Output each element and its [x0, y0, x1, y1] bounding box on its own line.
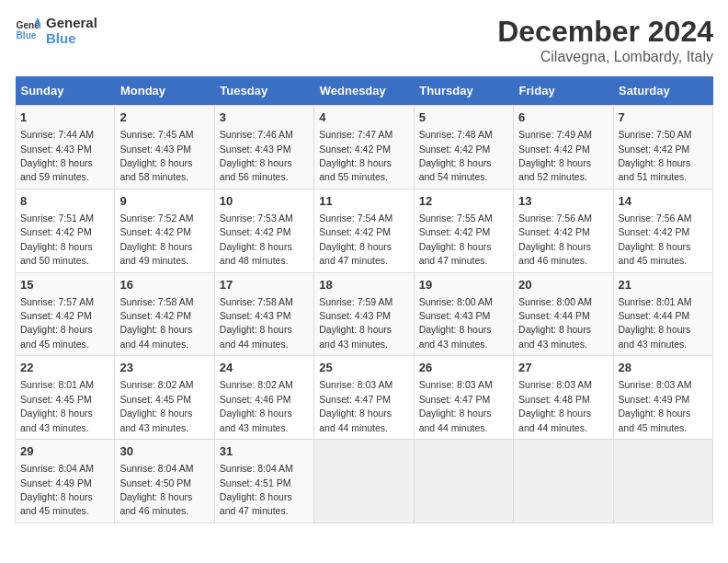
- table-row: 4Sunrise: 7:47 AMSunset: 4:42 PMDaylight…: [314, 106, 414, 190]
- day-info: Sunrise: 8:00 AMSunset: 4:43 PMDaylight:…: [419, 296, 493, 350]
- header-wednesday: Wednesday: [314, 76, 414, 106]
- day-info: Sunrise: 8:02 AMSunset: 4:46 PMDaylight:…: [220, 379, 293, 432]
- day-info: Sunrise: 7:53 AMSunset: 4:42 PMDaylight:…: [220, 213, 293, 266]
- table-row: 21Sunrise: 8:01 AMSunset: 4:44 PMDayligh…: [613, 272, 712, 356]
- table-row: 14Sunrise: 7:56 AMSunset: 4:42 PMDayligh…: [613, 189, 712, 272]
- day-info: Sunrise: 7:47 AMSunset: 4:42 PMDaylight:…: [319, 129, 392, 182]
- day-number: 28: [619, 360, 708, 376]
- table-row: 1Sunrise: 7:44 AMSunset: 4:43 PMDaylight…: [16, 106, 115, 190]
- day-number: 21: [619, 277, 708, 293]
- day-info: Sunrise: 8:04 AMSunset: 4:50 PMDaylight:…: [119, 463, 193, 516]
- day-number: 15: [20, 277, 109, 293]
- table-row: [414, 440, 513, 523]
- day-info: Sunrise: 8:01 AMSunset: 4:44 PMDaylight:…: [619, 296, 692, 350]
- calendar-row: 22Sunrise: 8:01 AMSunset: 4:45 PMDayligh…: [16, 356, 713, 440]
- day-info: Sunrise: 7:45 AMSunset: 4:43 PMDaylight:…: [119, 129, 193, 182]
- svg-text:Blue: Blue: [17, 31, 37, 41]
- day-info: Sunrise: 7:56 AMSunset: 4:42 PMDaylight:…: [518, 213, 592, 266]
- day-number: 23: [119, 360, 209, 376]
- day-info: Sunrise: 8:01 AMSunset: 4:45 PMDaylight:…: [20, 379, 94, 432]
- day-number: 29: [20, 443, 109, 460]
- table-row: 8Sunrise: 7:51 AMSunset: 4:42 PMDaylight…: [16, 189, 115, 272]
- day-number: 4: [319, 109, 408, 126]
- day-number: 17: [220, 277, 309, 293]
- table-row: 2Sunrise: 7:45 AMSunset: 4:43 PMDaylight…: [115, 106, 214, 190]
- day-number: 14: [619, 193, 708, 210]
- table-row: 15Sunrise: 7:57 AMSunset: 4:42 PMDayligh…: [16, 272, 115, 356]
- day-number: 19: [419, 277, 508, 293]
- day-info: Sunrise: 7:59 AMSunset: 4:43 PMDaylight:…: [319, 296, 392, 350]
- day-number: 24: [220, 360, 309, 376]
- day-info: Sunrise: 7:46 AMSunset: 4:43 PMDaylight:…: [220, 129, 293, 182]
- table-row: 25Sunrise: 8:03 AMSunset: 4:47 PMDayligh…: [314, 356, 414, 440]
- table-row: [314, 440, 414, 523]
- day-number: 20: [518, 277, 608, 293]
- logo-icon: General Blue: [15, 17, 40, 43]
- table-row: 24Sunrise: 8:02 AMSunset: 4:46 PMDayligh…: [214, 356, 313, 440]
- day-info: Sunrise: 7:54 AMSunset: 4:42 PMDaylight:…: [319, 213, 392, 266]
- day-info: Sunrise: 7:56 AMSunset: 4:42 PMDaylight:…: [619, 213, 692, 266]
- day-info: Sunrise: 8:02 AMSunset: 4:45 PMDaylight:…: [119, 379, 193, 432]
- header-thursday: Thursday: [414, 76, 513, 106]
- day-info: Sunrise: 8:04 AMSunset: 4:51 PMDaylight:…: [220, 463, 293, 516]
- header-tuesday: Tuesday: [214, 76, 313, 106]
- table-row: 6Sunrise: 7:49 AMSunset: 4:42 PMDaylight…: [514, 106, 613, 190]
- day-info: Sunrise: 7:50 AMSunset: 4:42 PMDaylight:…: [619, 129, 692, 182]
- table-row: 10Sunrise: 7:53 AMSunset: 4:42 PMDayligh…: [214, 189, 313, 272]
- day-number: 31: [220, 443, 309, 460]
- table-row: 29Sunrise: 8:04 AMSunset: 4:49 PMDayligh…: [16, 440, 115, 523]
- table-row: 16Sunrise: 7:58 AMSunset: 4:42 PMDayligh…: [115, 272, 214, 356]
- day-number: 27: [518, 360, 608, 376]
- table-row: 20Sunrise: 8:00 AMSunset: 4:44 PMDayligh…: [514, 272, 613, 356]
- day-number: 7: [619, 109, 708, 126]
- table-row: 12Sunrise: 7:55 AMSunset: 4:42 PMDayligh…: [414, 189, 513, 272]
- day-number: 10: [220, 193, 309, 210]
- calendar-row: 29Sunrise: 8:04 AMSunset: 4:49 PMDayligh…: [16, 440, 713, 523]
- day-number: 5: [419, 109, 508, 126]
- day-number: 30: [119, 443, 209, 460]
- table-row: 28Sunrise: 8:03 AMSunset: 4:49 PMDayligh…: [613, 356, 712, 440]
- table-row: [613, 440, 712, 523]
- day-number: 13: [518, 193, 608, 210]
- calendar-row: 15Sunrise: 7:57 AMSunset: 4:42 PMDayligh…: [16, 272, 713, 356]
- calendar-table: Sunday Monday Tuesday Wednesday Thursday…: [15, 76, 713, 523]
- header-saturday: Saturday: [613, 76, 712, 106]
- day-info: Sunrise: 8:04 AMSunset: 4:49 PMDaylight:…: [20, 463, 94, 516]
- day-number: 16: [119, 277, 209, 293]
- table-row: 17Sunrise: 7:58 AMSunset: 4:43 PMDayligh…: [214, 272, 313, 356]
- day-number: 9: [119, 193, 209, 210]
- table-row: 26Sunrise: 8:03 AMSunset: 4:47 PMDayligh…: [414, 356, 513, 440]
- page-subtitle: Cilavegna, Lombardy, Italy: [497, 49, 713, 65]
- day-info: Sunrise: 8:03 AMSunset: 4:49 PMDaylight:…: [619, 379, 692, 432]
- day-info: Sunrise: 7:44 AMSunset: 4:43 PMDaylight:…: [20, 129, 94, 182]
- day-number: 3: [220, 109, 309, 126]
- table-row: 22Sunrise: 8:01 AMSunset: 4:45 PMDayligh…: [16, 356, 115, 440]
- table-row: 19Sunrise: 8:00 AMSunset: 4:43 PMDayligh…: [414, 272, 513, 356]
- table-row: 18Sunrise: 7:59 AMSunset: 4:43 PMDayligh…: [314, 272, 414, 356]
- day-number: 2: [119, 109, 209, 126]
- table-row: 3Sunrise: 7:46 AMSunset: 4:43 PMDaylight…: [214, 106, 313, 190]
- day-number: 1: [20, 109, 109, 126]
- day-number: 11: [319, 193, 408, 210]
- header-sunday: Sunday: [16, 76, 115, 106]
- day-number: 12: [419, 193, 508, 210]
- day-info: Sunrise: 7:58 AMSunset: 4:43 PMDaylight:…: [220, 296, 293, 350]
- logo: General Blue General Blue: [15, 15, 97, 47]
- calendar-row: 8Sunrise: 7:51 AMSunset: 4:42 PMDaylight…: [16, 189, 713, 272]
- logo-line2: Blue: [46, 30, 97, 46]
- day-info: Sunrise: 7:52 AMSunset: 4:42 PMDaylight:…: [119, 213, 193, 266]
- table-row: 27Sunrise: 8:03 AMSunset: 4:48 PMDayligh…: [514, 356, 613, 440]
- table-row: 7Sunrise: 7:50 AMSunset: 4:42 PMDaylight…: [613, 106, 712, 190]
- calendar-row: 1Sunrise: 7:44 AMSunset: 4:43 PMDaylight…: [16, 106, 713, 190]
- header-monday: Monday: [115, 76, 214, 106]
- calendar-header-row: Sunday Monday Tuesday Wednesday Thursday…: [16, 76, 713, 106]
- day-info: Sunrise: 7:48 AMSunset: 4:42 PMDaylight:…: [419, 129, 493, 182]
- table-row: [514, 440, 613, 523]
- day-info: Sunrise: 7:57 AMSunset: 4:42 PMDaylight:…: [20, 296, 94, 350]
- page-header: General Blue General Blue December 2024 …: [15, 15, 713, 65]
- day-number: 25: [319, 360, 408, 376]
- day-info: Sunrise: 7:55 AMSunset: 4:42 PMDaylight:…: [419, 213, 493, 266]
- day-info: Sunrise: 8:03 AMSunset: 4:47 PMDaylight:…: [319, 379, 392, 432]
- day-info: Sunrise: 7:49 AMSunset: 4:42 PMDaylight:…: [518, 129, 592, 182]
- table-row: 23Sunrise: 8:02 AMSunset: 4:45 PMDayligh…: [115, 356, 214, 440]
